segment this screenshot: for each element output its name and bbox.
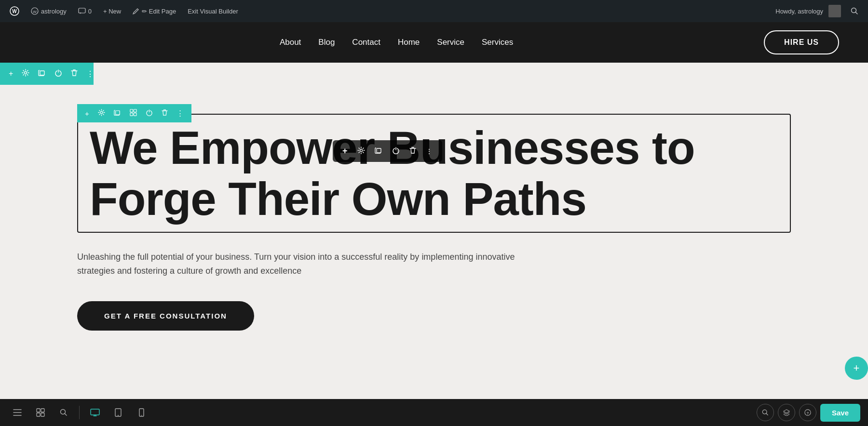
sec-add-icon[interactable]: + xyxy=(82,107,92,120)
elem-more-icon[interactable]: ⋮ xyxy=(423,146,435,157)
svg-text:W: W xyxy=(33,10,37,14)
hero-title-box: We Empower Businesses to Forge Their Own… xyxy=(77,114,791,233)
svg-point-25 xyxy=(118,415,119,416)
bottom-desktop-btn[interactable] xyxy=(85,403,105,422)
svg-rect-4 xyxy=(79,8,85,13)
exit-builder-btn[interactable]: Exit Visual Builder xyxy=(184,0,242,22)
svg-rect-18 xyxy=(37,409,40,412)
sec-settings-icon[interactable] xyxy=(95,107,108,120)
site-name[interactable]: W astrology xyxy=(27,0,70,22)
svg-rect-23 xyxy=(91,409,99,415)
svg-rect-20 xyxy=(37,413,40,416)
bottom-menu-btn[interactable] xyxy=(8,403,27,422)
svg-point-27 xyxy=(141,415,142,416)
add-section-button[interactable]: + xyxy=(845,357,868,380)
hero-subtitle: Unleashing the full potential of your bu… xyxy=(77,250,521,278)
nav-links: About Blog Contact Home Service Services xyxy=(29,38,764,47)
elem-delete-icon[interactable] xyxy=(407,145,419,158)
vb-row-toolbar: + ⋮ xyxy=(0,63,94,85)
edit-page-btn[interactable]: ✏ Edit Page xyxy=(129,0,180,22)
svg-point-6 xyxy=(25,72,27,74)
sec-duplicate-icon[interactable] xyxy=(111,107,124,120)
section-toolbar: + ⋮ xyxy=(77,104,191,122)
svg-text:W: W xyxy=(12,9,17,14)
sec-delete-icon[interactable] xyxy=(159,107,171,120)
nav-blog[interactable]: Blog xyxy=(318,38,335,47)
cta-button[interactable]: GET A FREE CONSULTATION xyxy=(77,301,254,331)
svg-rect-13 xyxy=(134,113,136,116)
element-toolbar: + ⋮ xyxy=(333,140,442,162)
svg-rect-21 xyxy=(41,413,44,416)
nav-bar: About Blog Contact Home Service Services… xyxy=(0,22,868,63)
vb-more-icon[interactable]: ⋮ xyxy=(83,67,97,80)
svg-point-14 xyxy=(360,149,362,152)
sec-power-icon[interactable] xyxy=(143,107,156,120)
hero-section: We Empower Businesses to Forge Their Own… xyxy=(0,85,868,350)
search-btn[interactable] xyxy=(847,7,862,15)
sec-grid-icon[interactable] xyxy=(127,107,140,120)
bottom-mobile-btn[interactable] xyxy=(132,403,151,422)
svg-rect-10 xyxy=(130,109,133,112)
svg-rect-11 xyxy=(134,109,136,112)
bottom-help-btn[interactable]: ? xyxy=(799,404,816,421)
nav-service[interactable]: Service xyxy=(437,38,464,47)
elem-power-icon[interactable] xyxy=(389,145,403,158)
main-content: + ⋮ + ⋮ xyxy=(0,85,868,426)
howdy-label: Howdy, astrology xyxy=(772,5,845,17)
svg-rect-7 xyxy=(40,71,44,75)
nav-home[interactable]: Home xyxy=(398,38,420,47)
vb-power-icon[interactable] xyxy=(52,67,65,80)
elem-settings-icon[interactable] xyxy=(354,145,368,158)
bottom-grid-btn[interactable] xyxy=(31,403,50,422)
vb-add-icon[interactable]: + xyxy=(6,67,16,80)
vb-settings-icon[interactable] xyxy=(19,67,32,80)
wp-logo[interactable]: W xyxy=(6,0,23,22)
bottom-layers-btn[interactable] xyxy=(778,404,795,421)
bottom-search-btn[interactable] xyxy=(54,403,73,422)
admin-bar: W W astrology 0 + New ✏ Edit Page Exit V… xyxy=(0,0,868,22)
bottom-tablet-btn[interactable] xyxy=(108,403,128,422)
sec-more-icon[interactable]: ⋮ xyxy=(174,107,187,120)
svg-rect-19 xyxy=(41,409,44,412)
hire-us-button[interactable]: HIRE US xyxy=(764,30,839,54)
bottom-search2-btn[interactable] xyxy=(757,404,774,421)
nav-contact[interactable]: Contact xyxy=(352,38,380,47)
vb-delete-icon[interactable] xyxy=(68,67,81,80)
svg-rect-9 xyxy=(116,111,120,115)
svg-point-8 xyxy=(100,111,103,114)
hero-title: We Empower Businesses to Forge Their Own… xyxy=(90,122,778,224)
vb-duplicate-icon[interactable] xyxy=(35,67,49,80)
svg-rect-15 xyxy=(377,148,381,153)
elem-duplicate-icon[interactable] xyxy=(372,145,385,158)
comments-btn[interactable]: 0 xyxy=(74,0,95,22)
elem-add-icon[interactable]: + xyxy=(339,144,351,158)
svg-text:?: ? xyxy=(807,411,809,415)
svg-rect-12 xyxy=(130,113,133,116)
new-btn[interactable]: + New xyxy=(99,0,125,22)
save-button[interactable]: Save xyxy=(820,404,860,422)
nav-about[interactable]: About xyxy=(280,38,301,47)
nav-services[interactable]: Services xyxy=(482,38,513,47)
bottom-bar: ? Save xyxy=(0,399,868,426)
